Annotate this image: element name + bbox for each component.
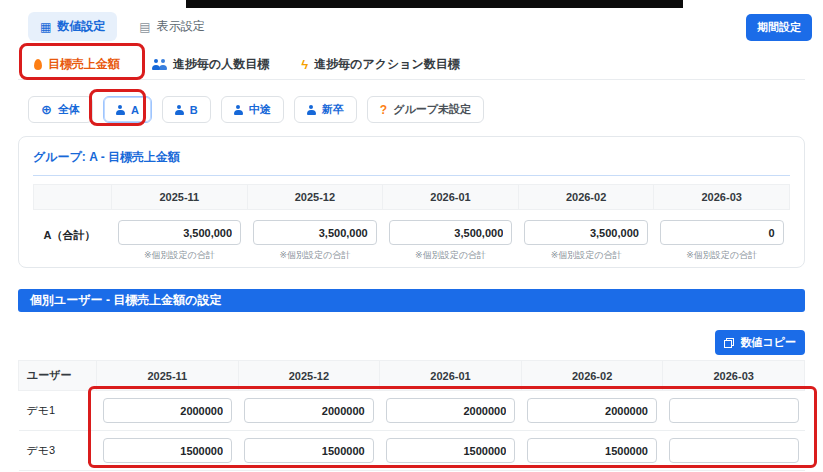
group-total-input [524,220,648,245]
tab-display-settings[interactable]: ▤ 表示設定 [127,12,216,41]
divider [18,79,805,80]
target-cell [97,431,239,471]
copy-icon [724,338,734,348]
group-total-cell: ※個別設定の合計 [518,210,654,267]
target-input[interactable] [669,398,799,423]
bolt-icon: ϟ [301,58,308,71]
target-cell [238,431,380,471]
table-header-row: 2025-11 2025-12 2026-01 2026-02 2026-03 [34,185,790,210]
user-name: デモ1 [19,391,97,431]
note-sum-of-individual: ※個別設定の合計 [389,249,513,262]
clipboard-icon: ▤ [139,21,150,33]
filter-label: B [190,104,198,116]
target-input[interactable] [386,398,516,423]
target-cell [380,431,522,471]
note-sum-of-individual: ※個別設定の合計 [253,249,377,262]
target-input[interactable] [386,438,516,463]
person-icon [307,105,316,115]
group-card-title: グループ: A - 目標売上金額 [33,149,790,176]
note-sum-of-individual: ※個別設定の合計 [118,249,242,262]
target-cell [663,431,805,471]
filter-no-group-button[interactable]: ? グループ未設定 [367,96,484,123]
target-cell [521,431,663,471]
group-total-cell: ※個別設定の合計 [247,210,383,267]
target-input[interactable] [527,398,657,423]
target-cell [521,391,663,431]
filter-group-b-button[interactable]: B [162,96,211,123]
tab-label: 表示設定 [157,18,205,35]
tab-headcount-target-per-stage[interactable]: 進捗毎の人数目標 [152,56,269,73]
target-input[interactable] [103,398,233,423]
person-icon [234,105,243,115]
empty-header-cell [34,185,112,210]
target-cell [380,391,522,431]
user-name: デモ3 [19,431,97,471]
tab-label: 数値設定 [57,18,105,35]
tab-target-sales-amount[interactable]: 目標売上金額 [34,56,120,73]
group-summary-table: 2025-11 2025-12 2026-01 2026-02 2026-03 … [33,184,790,266]
metric-tabs: 目標売上金額 進捗毎の人数目標 ϟ 進捗毎のアクション数目標 [34,52,460,76]
flame-icon [34,59,42,70]
filter-label: グループ未設定 [393,102,471,117]
table-header-row: ユーザー 2025-11 2025-12 2026-01 2026-02 202… [19,361,805,391]
top-dark-strip [186,0,683,8]
user-column-header: ユーザー [19,361,97,391]
group-row-label: A（合計） [34,210,112,267]
question-icon: ? [380,104,387,116]
note-sum-of-individual: ※個別設定の合計 [524,249,648,262]
group-total-input [389,220,513,245]
filter-midcareer-button[interactable]: 中途 [221,96,284,123]
target-cell [663,391,805,431]
person-icon [116,105,125,115]
group-total-cell: ※個別設定の合計 [654,210,790,267]
target-input[interactable] [244,398,374,423]
filter-all-button[interactable]: ⊕ 全体 [28,96,93,123]
table-row: デモ3 [19,431,805,471]
month-header: 2025-11 [97,361,239,391]
tab-numeric-settings[interactable]: ▦ 数値設定 [28,12,117,41]
tab-action-count-target-per-stage[interactable]: ϟ 進捗毎のアクション数目標 [301,56,460,73]
target-input[interactable] [669,438,799,463]
month-header: 2026-03 [663,361,805,391]
filter-newgrad-button[interactable]: 新卒 [294,96,357,123]
globe-icon: ⊕ [41,103,52,116]
table-icon: ▦ [40,21,51,33]
group-total-input [253,220,377,245]
metric-label: 進捗毎の人数目標 [173,56,269,73]
month-header: 2026-02 [518,185,654,210]
filter-label: 新卒 [322,102,344,117]
table-row: A（合計） ※個別設定の合計 ※個別設定の合計 ※個別設定の合計 ※個別設定の合… [34,210,790,267]
filter-label: 全体 [58,102,80,117]
period-settings-button[interactable]: 期間設定 [746,14,812,41]
month-header: 2026-03 [654,185,790,210]
month-header: 2026-02 [521,361,663,391]
group-total-input [118,220,242,245]
metric-label: 目標売上金額 [48,56,120,73]
metric-label: 進捗毎のアクション数目標 [314,56,460,73]
group-total-cell: ※個別設定の合計 [383,210,519,267]
copy-button-label: 数値コピー [740,335,796,350]
group-total-input [660,220,784,245]
people-icon [152,59,167,70]
target-input[interactable] [244,438,374,463]
month-header: 2025-12 [247,185,383,210]
target-cell [238,391,380,431]
individual-targets-table: ユーザー 2025-11 2025-12 2026-01 2026-02 202… [18,360,805,471]
person-icon [175,105,184,115]
month-header: 2025-12 [238,361,380,391]
group-total-cell: ※個別設定の合計 [112,210,248,267]
filter-label: A [131,104,139,116]
filter-group-a-button[interactable]: A [103,96,152,123]
month-header: 2025-11 [112,185,248,210]
group-filter-row: ⊕ 全体 A B 中途 新卒 ? グループ未設定 [28,96,484,123]
target-input[interactable] [103,438,233,463]
table-row: デモ1 [19,391,805,431]
settings-tabs: ▦ 数値設定 ▤ 表示設定 [28,12,217,41]
target-cell [97,391,239,431]
copy-values-button[interactable]: 数値コピー [715,330,805,355]
filter-label: 中途 [249,102,271,117]
individual-section-header: 個別ユーザー - 目標売上金額の設定 [18,289,805,312]
target-input[interactable] [527,438,657,463]
group-summary-card: グループ: A - 目標売上金額 2025-11 2025-12 2026-01… [18,136,805,268]
month-header: 2026-01 [383,185,519,210]
